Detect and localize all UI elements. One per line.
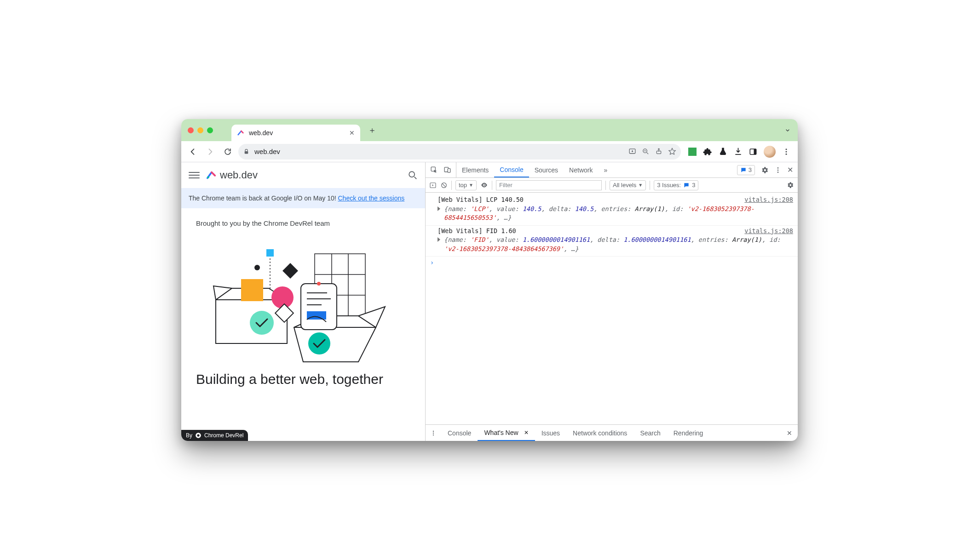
drawer-tab-network-conditions[interactable]: Network conditions [566, 425, 633, 441]
svg-rect-40 [448, 169, 450, 173]
new-tab-button[interactable]: ＋ [366, 124, 379, 137]
browser-toolbar: web.dev [181, 141, 798, 162]
svg-point-6 [786, 149, 787, 150]
log-object[interactable]: {name: 'LCP', value: 140.5, delta: 140.5… [438, 205, 793, 223]
close-tab-button[interactable]: ✕ [349, 129, 355, 137]
hero-headline: Building a better web, together [196, 371, 410, 387]
console-output[interactable]: [Web Vitals] LCP 140.50vitals.js:208{nam… [426, 193, 798, 424]
clear-console-icon[interactable] [440, 182, 448, 189]
filter-placeholder: Filter [499, 182, 513, 189]
extension-icons [685, 146, 793, 158]
console-log-group[interactable]: [Web Vitals] FID 1.60vitals.js:208{name:… [426, 226, 798, 257]
search-button[interactable] [408, 170, 418, 180]
drawer-tab-rendering[interactable]: Rendering [667, 425, 710, 441]
svg-point-25 [250, 311, 274, 335]
share-icon[interactable] [655, 148, 662, 156]
issues-count: 3 [692, 182, 695, 189]
svg-point-48 [433, 430, 434, 431]
devtools-tabs: Elements Console Sources Network » 3 ✕ [426, 162, 798, 178]
live-expression-icon[interactable] [480, 181, 488, 189]
filter-input[interactable]: Filter [496, 180, 602, 190]
favicon-icon [237, 129, 244, 137]
close-window-button[interactable] [188, 127, 194, 133]
console-log-group[interactable]: [Web Vitals] LCP 140.50vitals.js:208{nam… [426, 194, 798, 226]
extensions-icon[interactable] [703, 147, 712, 156]
browser-tab[interactable]: web.dev ✕ [231, 125, 360, 141]
close-icon[interactable]: ✕ [524, 429, 529, 436]
issues-label: 3 Issues: [657, 182, 681, 189]
banner-link[interactable]: Check out the sessions [338, 194, 404, 202]
menu-button[interactable] [189, 170, 200, 181]
device-toolbar-icon[interactable] [443, 166, 451, 174]
log-object[interactable]: {name: 'FID', value: 1.6000000014901161,… [438, 235, 793, 253]
site-brand[interactable]: web.dev [206, 169, 258, 181]
downloads-icon[interactable] [734, 147, 743, 156]
devtools-close-button[interactable]: ✕ [787, 166, 793, 174]
drawer-tab-search[interactable]: Search [633, 425, 667, 441]
messages-badge[interactable]: 3 [737, 165, 755, 175]
labs-icon[interactable] [719, 147, 727, 156]
messages-count: 3 [749, 166, 752, 173]
svg-rect-17 [266, 249, 274, 257]
drawer-tab-what-s-new[interactable]: What's New✕ [478, 425, 535, 441]
site-header: web.dev [181, 162, 425, 188]
brand-logo-icon [206, 170, 216, 180]
svg-rect-20 [282, 263, 298, 279]
drawer-tab-console[interactable]: Console [441, 425, 478, 441]
window-controls [188, 127, 213, 133]
console-sidebar-toggle-icon[interactable] [429, 182, 437, 189]
drawer-menu-icon[interactable] [426, 425, 441, 441]
expand-icon[interactable] [438, 206, 440, 211]
svg-rect-23 [241, 279, 263, 301]
zoom-icon[interactable] [642, 148, 650, 156]
side-panel-icon[interactable] [749, 148, 757, 156]
devtools-settings-icon[interactable] [760, 166, 769, 174]
tabs-menu-button[interactable] [784, 126, 791, 134]
tab-sources[interactable]: Sources [529, 162, 564, 177]
svg-point-49 [433, 432, 434, 433]
install-app-icon[interactable] [628, 148, 636, 156]
tab-elements[interactable]: Elements [456, 162, 494, 177]
svg-rect-0 [245, 151, 248, 154]
svg-point-42 [777, 169, 779, 171]
tab-strip: web.dev ✕ ＋ [181, 119, 798, 141]
log-levels-selector[interactable]: All levels ▼ [610, 180, 646, 190]
svg-point-41 [777, 167, 779, 169]
log-source-link[interactable]: vitals.js:208 [744, 195, 793, 205]
devtools-menu-icon[interactable] [774, 166, 782, 174]
log-source-link[interactable]: vitals.js:208 [744, 227, 793, 236]
browser-menu-icon[interactable] [782, 148, 790, 156]
context-value: top [459, 182, 467, 189]
profile-avatar[interactable] [764, 146, 776, 158]
tabs-overflow-button[interactable]: » [598, 162, 613, 177]
inspect-element-icon[interactable] [430, 166, 438, 174]
address-bar[interactable]: web.dev [238, 144, 681, 160]
log-header: [Web Vitals] FID 1.60 [438, 227, 516, 236]
minimize-window-button[interactable] [197, 127, 203, 133]
maximize-window-button[interactable] [207, 127, 213, 133]
reload-button[interactable] [221, 145, 235, 159]
svg-point-8 [786, 153, 787, 154]
svg-point-7 [786, 151, 787, 152]
banner-text: The Chrome team is back at Google I/O on… [189, 194, 336, 202]
drawer-close-button[interactable]: ✕ [781, 425, 798, 441]
svg-rect-29 [301, 284, 337, 330]
devtools-drawer: ConsoleWhat's New✕IssuesNetwork conditio… [426, 424, 798, 441]
drawer-tab-issues[interactable]: Issues [535, 425, 566, 441]
announcement-banner: The Chrome team is back at Google I/O on… [181, 188, 425, 208]
console-settings-icon[interactable] [786, 181, 794, 189]
svg-point-37 [197, 434, 199, 436]
brand-text: web.dev [220, 169, 258, 181]
expand-icon[interactable] [438, 237, 440, 242]
bookmark-icon[interactable] [668, 148, 676, 156]
tab-network[interactable]: Network [564, 162, 598, 177]
extension-green-icon[interactable] [688, 148, 697, 156]
tab-console[interactable]: Console [494, 162, 529, 177]
svg-point-35 [308, 332, 330, 354]
context-selector[interactable]: top ▼ [455, 180, 477, 190]
console-prompt[interactable]: › [426, 257, 798, 269]
back-button[interactable] [186, 145, 200, 159]
issues-badge[interactable]: 3 Issues: 3 [654, 180, 698, 190]
forward-button[interactable] [203, 145, 217, 159]
svg-point-50 [433, 434, 434, 435]
